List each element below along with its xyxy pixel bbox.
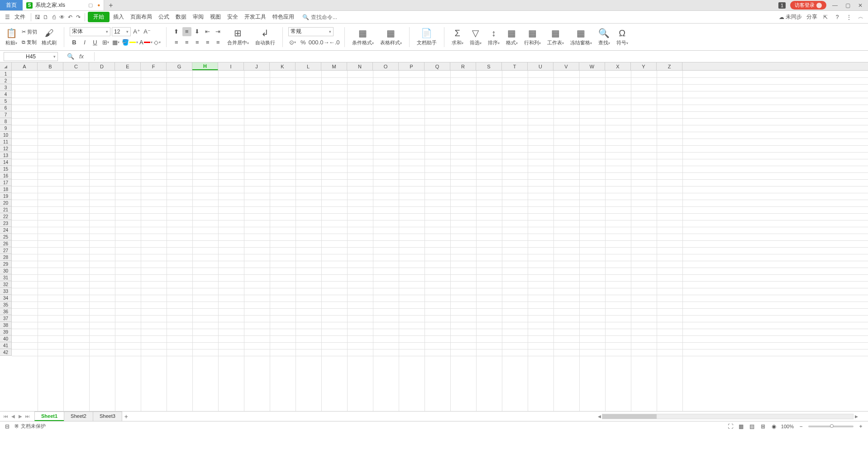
row-header[interactable]: 12	[0, 145, 11, 152]
sum-button[interactable]: Σ求和▾	[450, 27, 465, 47]
normal-view-icon[interactable]: ▦	[738, 423, 745, 430]
align-center-button[interactable]: ≡	[182, 38, 191, 47]
zoom-in-button[interactable]: +	[857, 423, 864, 430]
column-header[interactable]: R	[450, 62, 476, 70]
align-middle-button[interactable]: ≡	[182, 27, 191, 36]
close-button[interactable]: ✕	[856, 1, 864, 10]
align-distribute-button[interactable]: ≡	[214, 38, 223, 47]
zoom-level[interactable]: 100%	[781, 424, 794, 429]
row-header[interactable]: 41	[0, 342, 11, 349]
collapse-ribbon-icon[interactable]: ︿	[857, 14, 864, 21]
sheet-tab[interactable]: Sheet1	[34, 412, 64, 421]
column-header[interactable]: Q	[424, 62, 450, 70]
column-header[interactable]: W	[579, 62, 605, 70]
font-size-select[interactable]: 12▾	[112, 27, 131, 36]
italic-button[interactable]: I	[80, 38, 89, 47]
increase-decimal-button[interactable]: .0→	[320, 38, 329, 47]
sync-status[interactable]: ☁ 未同步	[779, 13, 802, 21]
tab-dev-tools[interactable]: 开发工具	[242, 12, 269, 22]
sheet-nav-next[interactable]: ▶	[17, 413, 24, 420]
row-header[interactable]: 25	[0, 234, 11, 240]
cut-button[interactable]: ✂剪切	[20, 28, 38, 36]
row-header[interactable]: 23	[0, 220, 11, 227]
export-icon[interactable]: ⇱	[822, 14, 829, 21]
increase-font-icon[interactable]: A⁺	[132, 27, 141, 36]
clear-format-button[interactable]: ◇▾	[154, 39, 161, 46]
undo-icon[interactable]: ↶	[67, 14, 74, 21]
decrease-decimal-button[interactable]: ←.0	[330, 38, 339, 47]
row-header[interactable]: 6	[0, 105, 11, 111]
row-header[interactable]: 34	[0, 295, 11, 302]
reading-view-icon[interactable]: ◉	[770, 423, 777, 430]
save-icon[interactable]: 🖫	[34, 14, 41, 21]
column-header[interactable]: P	[399, 62, 424, 70]
guest-login-button[interactable]: 访客登录	[790, 1, 826, 10]
row-header[interactable]: 42	[0, 349, 11, 356]
row-header[interactable]: 33	[0, 288, 11, 295]
paste-button[interactable]: 📋 粘贴▾	[4, 27, 19, 47]
tab-view[interactable]: 视图	[207, 12, 224, 22]
percent-button[interactable]: %	[299, 38, 308, 47]
row-col-button[interactable]: ▦行和列▾	[522, 27, 543, 47]
merge-center-button[interactable]: ⊞ 合并居中▾	[225, 27, 251, 47]
zoom-slider[interactable]	[808, 426, 854, 427]
file-tab[interactable]: S 系统之家.xls ▢ •	[23, 0, 104, 10]
column-header[interactable]: C	[63, 62, 89, 70]
row-header[interactable]: 22	[0, 213, 11, 220]
sheet-tab[interactable]: Sheet2	[64, 412, 93, 421]
column-header[interactable]: Y	[631, 62, 657, 70]
copy-button[interactable]: ⧉复制	[20, 38, 38, 47]
row-header[interactable]: 7	[0, 111, 11, 118]
symbol-button[interactable]: Ω符号▾	[615, 27, 630, 47]
column-header[interactable]: M	[321, 62, 347, 70]
row-header[interactable]: 40	[0, 335, 11, 342]
row-header[interactable]: 4	[0, 91, 11, 98]
underline-button[interactable]: U	[91, 38, 100, 47]
tab-special[interactable]: 特色应用	[270, 12, 297, 22]
freeze-panes-button[interactable]: ▦冻结窗格▾	[568, 27, 594, 47]
command-search-input[interactable]	[311, 14, 356, 20]
column-header[interactable]: S	[476, 62, 502, 70]
name-box[interactable]: H45▾	[4, 52, 58, 61]
tab-formula[interactable]: 公式	[156, 12, 172, 22]
format-button[interactable]: ▦格式▾	[504, 27, 520, 47]
column-header[interactable]: Z	[657, 62, 682, 70]
column-header[interactable]: X	[605, 62, 631, 70]
row-header[interactable]: 16	[0, 172, 11, 179]
tab-security[interactable]: 安全	[224, 12, 241, 22]
column-header[interactable]: A	[12, 62, 38, 70]
align-top-button[interactable]: ⬆	[172, 27, 181, 36]
sheet-nav-first[interactable]: ⏮	[3, 413, 9, 420]
row-header[interactable]: 28	[0, 254, 11, 261]
align-bottom-button[interactable]: ⬇	[193, 27, 202, 36]
border-button[interactable]: ⊞▾	[101, 38, 110, 47]
row-header[interactable]: 32	[0, 281, 11, 288]
row-header[interactable]: 18	[0, 186, 11, 193]
tab-start[interactable]: 开始	[88, 12, 110, 22]
indent-decrease-button[interactable]: ⇤	[203, 27, 212, 36]
bold-button[interactable]: B	[70, 38, 79, 47]
help-icon[interactable]: ?	[834, 14, 841, 21]
row-header[interactable]: 15	[0, 166, 11, 172]
column-header[interactable]: G	[167, 62, 192, 70]
zoom-out-button[interactable]: −	[797, 423, 805, 430]
cell-style-button[interactable]: ▦▾	[111, 38, 120, 47]
decrease-font-icon[interactable]: A⁻	[143, 27, 152, 36]
row-header[interactable]: 9	[0, 125, 11, 132]
column-header[interactable]: E	[115, 62, 141, 70]
doc-helper-button[interactable]: 📄文档助手	[415, 27, 439, 47]
row-header[interactable]: 14	[0, 159, 11, 166]
row-header[interactable]: 26	[0, 240, 11, 247]
row-header[interactable]: 20	[0, 200, 11, 206]
column-header[interactable]: F	[141, 62, 167, 70]
tab-data[interactable]: 数据	[173, 12, 189, 22]
align-right-button[interactable]: ≡	[193, 38, 202, 47]
formula-input[interactable]	[94, 52, 868, 61]
column-header[interactable]: D	[89, 62, 115, 70]
align-left-button[interactable]: ≡	[172, 38, 181, 47]
row-header[interactable]: 24	[0, 227, 11, 234]
indent-increase-button[interactable]: ⇥	[214, 27, 223, 36]
status-menu-icon[interactable]: ⊟	[4, 423, 11, 430]
column-header[interactable]: L	[296, 62, 321, 70]
save-as-icon[interactable]: 🗋	[42, 14, 49, 21]
